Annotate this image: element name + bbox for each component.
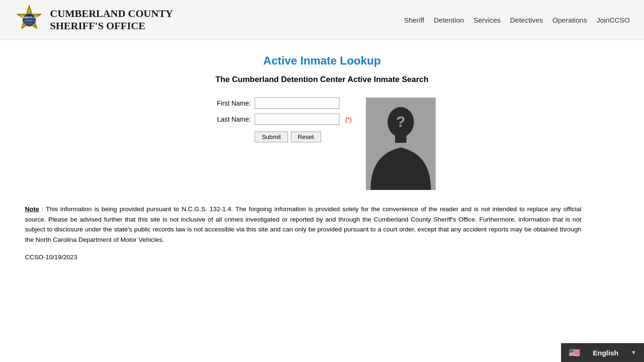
note-paragraph: Note : This information is being provide…	[25, 204, 581, 245]
silhouette-image: ?	[366, 98, 436, 190]
note-text: : This information is being provided pur…	[25, 206, 581, 243]
search-form: First Name: Last Name: (*) Submit Reset	[208, 98, 352, 142]
svg-text:CUMBERLAND: CUMBERLAND	[19, 16, 40, 19]
main-nav: Sheriff Detention Services Detectives Op…	[404, 16, 630, 24]
first-name-label: First Name:	[208, 99, 251, 107]
nav-sheriff[interactable]: Sheriff	[404, 16, 424, 24]
first-name-input[interactable]	[255, 98, 339, 109]
badge-icon: CUMBERLAND COUNTY SHERIFF	[14, 5, 44, 35]
nav-operations[interactable]: Operations	[553, 16, 587, 24]
site-header: CUMBERLAND COUNTY SHERIFF Cumberland Cou…	[0, 0, 644, 40]
note-section: Note : This information is being provide…	[25, 204, 581, 263]
submit-button[interactable]: Submit	[255, 132, 288, 142]
reset-button[interactable]: Reset	[291, 132, 321, 142]
svg-rect-7	[395, 134, 406, 143]
page-title: Active Inmate Lookup	[25, 54, 619, 67]
svg-text:COUNTY: COUNTY	[24, 19, 34, 22]
timestamp: CCSO-10/19/2023	[25, 252, 581, 263]
nav-detention[interactable]: Detention	[434, 16, 464, 24]
main-content: Active Inmate Lookup The Cumberland Dete…	[16, 40, 628, 281]
org-name-text: Cumberland County Sheriff's Office	[50, 8, 173, 33]
svg-text:SHERIFF: SHERIFF	[25, 23, 34, 25]
logo-area: CUMBERLAND COUNTY SHERIFF Cumberland Cou…	[14, 5, 173, 35]
last-name-label: Last Name:	[208, 115, 251, 123]
svg-text:?: ?	[396, 113, 405, 130]
last-name-row: Last Name: (*)	[208, 114, 352, 125]
nav-joinccso[interactable]: JoinCCSO	[596, 16, 630, 24]
org-name: Cumberland County Sheriff's Office	[50, 8, 173, 33]
search-area: First Name: Last Name: (*) Submit Reset	[25, 98, 619, 190]
first-name-row: First Name:	[208, 98, 352, 109]
required-marker: (*)	[345, 116, 352, 123]
nav-services[interactable]: Services	[473, 16, 501, 24]
note-label: Note	[25, 206, 39, 213]
page-subtitle: The Cumberland Detention Center Active I…	[25, 75, 619, 84]
silhouette-svg: ?	[366, 98, 436, 190]
nav-detectives[interactable]: Detectives	[510, 16, 543, 24]
form-buttons: Submit Reset	[208, 132, 352, 142]
last-name-input[interactable]	[255, 114, 339, 125]
